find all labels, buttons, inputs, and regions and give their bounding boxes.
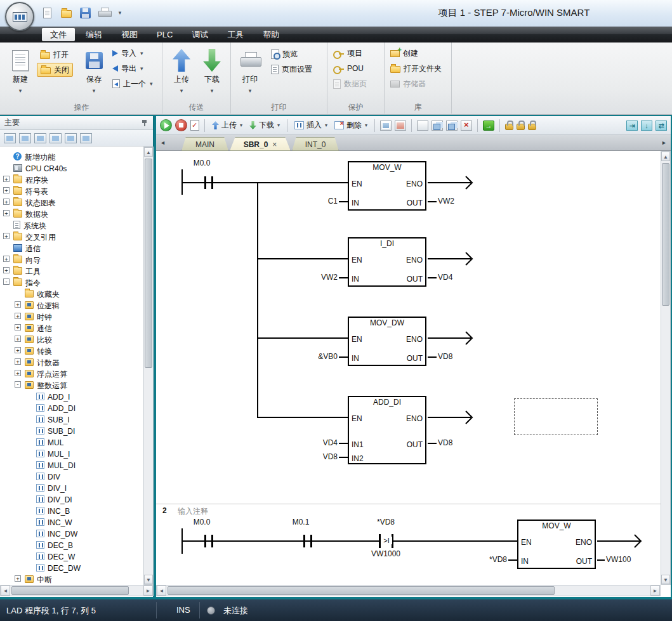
editor-vertical-scrollbar[interactable]: ▲ ▼	[661, 151, 671, 585]
scroll-left-icon[interactable]: ◄	[1, 585, 10, 596]
page-setup-button[interactable]: 页面设置	[268, 62, 315, 76]
expander-icon[interactable]: +	[15, 324, 21, 330]
expander-icon[interactable]: +	[3, 176, 10, 182]
contact-operand[interactable]: M0.0	[176, 159, 227, 167]
tree-item[interactable]: INC_DW	[0, 528, 143, 540]
selection-cursor[interactable]	[514, 398, 598, 435]
close-button[interactable]: 关闭	[37, 63, 73, 77]
open-button[interactable]: 打开	[37, 48, 73, 62]
goto-network-icon[interactable]	[483, 121, 494, 131]
instruction-block-mov-w[interactable]: MOV_W EN ENO IN OUT	[517, 520, 596, 569]
tree-item[interactable]: +状态图表	[0, 197, 143, 209]
tree-item[interactable]: DIV_I	[0, 483, 143, 494]
scroll-down-icon[interactable]: ▼	[661, 575, 670, 584]
menu-tab-file[interactable]: 文件	[42, 28, 75, 41]
instruction-block-add-di[interactable]: ADD_DI EN ENO IN1 IN2 OUT	[348, 396, 426, 464]
main-view-icon[interactable]	[4, 133, 16, 143]
tree-horizontal-scrollbar[interactable]: ◄ ►	[0, 585, 154, 596]
scroll-right-icon[interactable]: ►	[143, 585, 153, 596]
download-toolbar-button[interactable]: 下载	[247, 119, 282, 132]
tab-int0[interactable]: INT_0	[292, 137, 339, 151]
expander-icon[interactable]: +	[3, 267, 10, 273]
previous-button[interactable]: 上一个	[109, 77, 156, 91]
compile-icon[interactable]	[190, 120, 199, 131]
operand[interactable]: VW2	[280, 273, 338, 282]
expander-icon[interactable]: +	[15, 575, 21, 582]
menu-tab-view[interactable]: 视图	[113, 28, 146, 41]
operand[interactable]: VW2	[438, 197, 454, 206]
symbol-table-view-icon[interactable]	[19, 133, 31, 143]
instruction-block-mov-dw[interactable]: MOV_DW EN ENO IN OUT	[348, 317, 426, 366]
expander-icon[interactable]: -	[15, 381, 21, 388]
tree-item[interactable]: +转换	[0, 346, 143, 357]
run-button[interactable]	[160, 119, 172, 131]
pin-icon[interactable]	[142, 119, 148, 127]
compare-operand-bottom[interactable]: VW1000	[360, 549, 411, 558]
expander-icon[interactable]: +	[15, 358, 21, 365]
indent-network-icon[interactable]	[626, 121, 638, 131]
expander-icon[interactable]: +	[3, 233, 10, 239]
tab-sbr0[interactable]: SBR_0×	[230, 137, 291, 151]
scroll-up-icon[interactable]: ▲	[144, 147, 153, 157]
expander-icon[interactable]: -	[3, 278, 10, 285]
tree-item[interactable]: +中断	[0, 574, 143, 585]
upload-toolbar-button[interactable]: 上传	[210, 119, 244, 132]
download-button[interactable]: 下载	[197, 45, 227, 97]
operand[interactable]: *VD8	[450, 555, 507, 564]
expander-icon[interactable]: +	[15, 347, 21, 353]
tree-item[interactable]: 新增功能	[0, 152, 143, 163]
open-project-icon[interactable]	[58, 5, 74, 20]
tree-item[interactable]: 收藏夹	[0, 289, 143, 300]
scroll-right-icon[interactable]: ►	[650, 585, 660, 596]
new-button[interactable]: 新建	[5, 45, 36, 97]
compare-operator[interactable]: >I	[381, 537, 392, 544]
tree-item[interactable]: +比较	[0, 334, 143, 346]
tab-main[interactable]: MAIN	[181, 137, 228, 151]
delete-button[interactable]: 删除	[333, 119, 369, 132]
save-button[interactable]: 保存	[79, 45, 109, 97]
tree-item[interactable]: +位逻辑	[0, 300, 143, 311]
expander-icon[interactable]: +	[15, 301, 21, 308]
expander-icon[interactable]: +	[15, 336, 21, 342]
operand[interactable]: VD8	[438, 438, 452, 447]
editor-horizontal-scrollbar[interactable]: ◄ ►	[156, 585, 661, 596]
preview-button[interactable]: 预览	[268, 47, 315, 61]
menu-tab-plc[interactable]: PLC	[148, 28, 181, 41]
scroll-thumb[interactable]	[145, 159, 152, 368]
tree-item[interactable]: -指令	[0, 277, 143, 289]
ladder-canvas[interactable]: M0.0 MOV_W EN ENO IN OUT C1 VW2	[156, 151, 661, 585]
tree-item[interactable]: CPU CR40s	[0, 163, 143, 174]
import-button[interactable]: 导入	[109, 46, 156, 60]
expander-icon[interactable]: +	[3, 256, 10, 262]
tab-close-icon[interactable]: ×	[272, 140, 277, 149]
print-dropdown-icon[interactable]	[249, 86, 252, 95]
new-dropdown-icon[interactable]	[19, 86, 22, 95]
upload-dropdown-icon[interactable]	[180, 86, 183, 95]
compare-operand-top[interactable]: *VD8	[360, 518, 411, 526]
tree-item[interactable]: +程序块	[0, 174, 143, 186]
instruction-block-i-di[interactable]: I_DI EN ENO IN OUT	[348, 237, 426, 287]
tab-scroll-left-icon[interactable]: ◄	[158, 138, 168, 148]
scroll-thumb[interactable]	[168, 586, 555, 595]
insert-button[interactable]: 插入	[293, 119, 329, 132]
lock-icon[interactable]	[517, 124, 525, 130]
tree-item[interactable]: 系统块	[0, 220, 143, 232]
tree-item[interactable]: INC_B	[0, 506, 143, 517]
scroll-left-icon[interactable]: ◄	[157, 585, 166, 596]
create-library-button[interactable]: 创建	[387, 46, 445, 60]
tree-item[interactable]: -整数运算	[0, 380, 143, 391]
tree-item[interactable]: +符号表	[0, 186, 143, 197]
tree-item[interactable]: +通信	[0, 323, 143, 334]
network-comment[interactable]: 输入注释	[178, 506, 208, 517]
scroll-up-icon[interactable]: ▲	[661, 152, 670, 161]
tree-item[interactable]: MUL_I	[0, 448, 143, 460]
expander-icon[interactable]: +	[3, 187, 10, 193]
tile-windows-icon[interactable]	[446, 121, 458, 131]
tree-item[interactable]: +工具	[0, 266, 143, 277]
print-button[interactable]: 打印	[235, 45, 265, 97]
status-chart-icon[interactable]	[395, 121, 406, 131]
tree-item[interactable]: DEC_W	[0, 551, 143, 563]
status-chart-view-icon[interactable]	[34, 133, 46, 143]
new-document-icon[interactable]	[39, 5, 55, 20]
symbol-table-icon[interactable]	[380, 121, 392, 131]
